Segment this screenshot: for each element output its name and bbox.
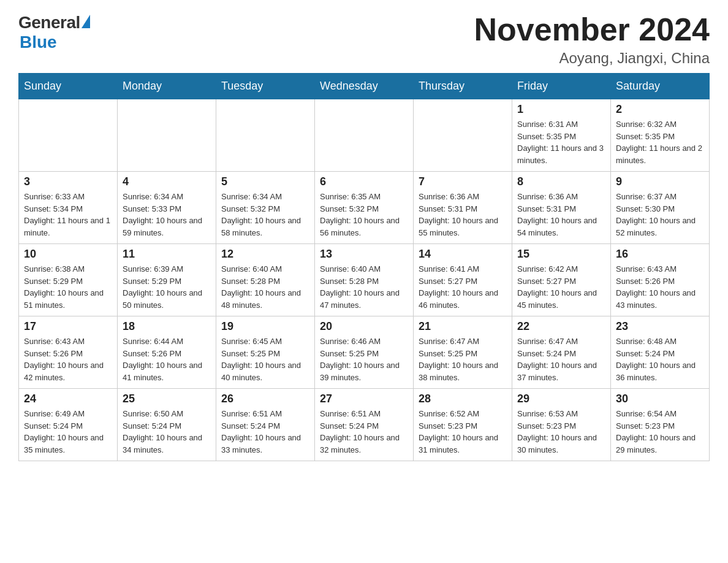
day-number: 29	[517, 393, 605, 405]
day-of-week-header: Thursday	[414, 74, 512, 99]
day-number: 14	[419, 248, 507, 261]
calendar-cell: 22Sunrise: 6:47 AMSunset: 5:24 PMDayligh…	[512, 316, 611, 389]
day-info: Sunrise: 6:40 AMSunset: 5:28 PMDaylight:…	[221, 263, 309, 311]
day-info: Sunrise: 6:41 AMSunset: 5:27 PMDaylight:…	[419, 263, 507, 311]
day-number: 27	[320, 393, 408, 405]
calendar-cell: 27Sunrise: 6:51 AMSunset: 5:24 PMDayligh…	[315, 389, 414, 461]
calendar-cell: 5Sunrise: 6:34 AMSunset: 5:32 PMDaylight…	[216, 172, 315, 244]
calendar-cell: 4Sunrise: 6:34 AMSunset: 5:33 PMDaylight…	[118, 172, 216, 244]
location-title: Aoyang, Jiangxi, China	[474, 50, 710, 67]
day-info: Sunrise: 6:34 AMSunset: 5:33 PMDaylight:…	[123, 191, 211, 239]
calendar-cell	[19, 99, 118, 172]
day-info: Sunrise: 6:54 AMSunset: 5:23 PMDaylight:…	[616, 408, 704, 456]
day-number: 28	[419, 393, 507, 405]
day-info: Sunrise: 6:39 AMSunset: 5:29 PMDaylight:…	[123, 263, 211, 311]
day-number: 22	[517, 320, 605, 333]
calendar-cell	[315, 99, 414, 172]
calendar-cell: 24Sunrise: 6:49 AMSunset: 5:24 PMDayligh…	[19, 389, 118, 461]
day-info: Sunrise: 6:51 AMSunset: 5:24 PMDaylight:…	[221, 408, 309, 456]
logo-general-text: General	[18, 13, 80, 33]
day-of-week-header: Saturday	[611, 74, 710, 99]
day-of-week-header: Tuesday	[216, 74, 315, 99]
calendar-cell: 19Sunrise: 6:45 AMSunset: 5:25 PMDayligh…	[216, 316, 315, 389]
day-number: 2	[616, 103, 704, 116]
calendar-cell: 14Sunrise: 6:41 AMSunset: 5:27 PMDayligh…	[414, 244, 512, 316]
day-info: Sunrise: 6:51 AMSunset: 5:24 PMDaylight:…	[320, 408, 408, 456]
calendar-cell: 26Sunrise: 6:51 AMSunset: 5:24 PMDayligh…	[216, 389, 315, 461]
day-number: 3	[24, 175, 112, 188]
day-info: Sunrise: 6:35 AMSunset: 5:32 PMDaylight:…	[320, 191, 408, 239]
logo-blue-text: Blue	[20, 33, 57, 52]
day-info: Sunrise: 6:43 AMSunset: 5:26 PMDaylight:…	[24, 335, 112, 383]
day-info: Sunrise: 6:50 AMSunset: 5:24 PMDaylight:…	[123, 408, 211, 456]
day-info: Sunrise: 6:36 AMSunset: 5:31 PMDaylight:…	[517, 191, 605, 239]
calendar-cell: 15Sunrise: 6:42 AMSunset: 5:27 PMDayligh…	[512, 244, 611, 316]
calendar-week-row: 3Sunrise: 6:33 AMSunset: 5:34 PMDaylight…	[19, 172, 710, 244]
day-number: 16	[616, 248, 704, 261]
day-info: Sunrise: 6:32 AMSunset: 5:35 PMDaylight:…	[616, 118, 704, 166]
calendar-table: SundayMondayTuesdayWednesdayThursdayFrid…	[18, 73, 710, 461]
calendar-cell: 25Sunrise: 6:50 AMSunset: 5:24 PMDayligh…	[118, 389, 216, 461]
day-info: Sunrise: 6:31 AMSunset: 5:35 PMDaylight:…	[517, 118, 605, 166]
day-info: Sunrise: 6:42 AMSunset: 5:27 PMDaylight:…	[517, 263, 605, 311]
day-info: Sunrise: 6:53 AMSunset: 5:23 PMDaylight:…	[517, 408, 605, 456]
calendar-cell: 23Sunrise: 6:48 AMSunset: 5:24 PMDayligh…	[611, 316, 710, 389]
day-number: 9	[616, 175, 704, 188]
day-info: Sunrise: 6:47 AMSunset: 5:25 PMDaylight:…	[419, 335, 507, 383]
calendar-cell: 20Sunrise: 6:46 AMSunset: 5:25 PMDayligh…	[315, 316, 414, 389]
calendar-cell: 12Sunrise: 6:40 AMSunset: 5:28 PMDayligh…	[216, 244, 315, 316]
calendar-cell: 17Sunrise: 6:43 AMSunset: 5:26 PMDayligh…	[19, 316, 118, 389]
calendar-cell: 8Sunrise: 6:36 AMSunset: 5:31 PMDaylight…	[512, 172, 611, 244]
calendar-cell	[216, 99, 315, 172]
calendar-cell: 11Sunrise: 6:39 AMSunset: 5:29 PMDayligh…	[118, 244, 216, 316]
day-info: Sunrise: 6:44 AMSunset: 5:26 PMDaylight:…	[123, 335, 211, 383]
day-info: Sunrise: 6:40 AMSunset: 5:28 PMDaylight:…	[320, 263, 408, 311]
day-info: Sunrise: 6:36 AMSunset: 5:31 PMDaylight:…	[419, 191, 507, 239]
calendar-cell	[118, 99, 216, 172]
calendar-cell: 16Sunrise: 6:43 AMSunset: 5:26 PMDayligh…	[611, 244, 710, 316]
logo-triangle-icon	[82, 15, 90, 28]
calendar-cell: 7Sunrise: 6:36 AMSunset: 5:31 PMDaylight…	[414, 172, 512, 244]
day-of-week-header: Wednesday	[315, 74, 414, 99]
calendar-cell: 13Sunrise: 6:40 AMSunset: 5:28 PMDayligh…	[315, 244, 414, 316]
day-info: Sunrise: 6:47 AMSunset: 5:24 PMDaylight:…	[517, 335, 605, 383]
calendar-week-row: 24Sunrise: 6:49 AMSunset: 5:24 PMDayligh…	[19, 389, 710, 461]
day-info: Sunrise: 6:43 AMSunset: 5:26 PMDaylight:…	[616, 263, 704, 311]
day-number: 24	[24, 393, 112, 405]
calendar-week-row: 10Sunrise: 6:38 AMSunset: 5:29 PMDayligh…	[19, 244, 710, 316]
calendar-cell: 21Sunrise: 6:47 AMSunset: 5:25 PMDayligh…	[414, 316, 512, 389]
month-title: November 2024	[474, 12, 710, 47]
calendar-cell: 29Sunrise: 6:53 AMSunset: 5:23 PMDayligh…	[512, 389, 611, 461]
day-number: 10	[24, 248, 112, 261]
day-number: 13	[320, 248, 408, 261]
day-number: 20	[320, 320, 408, 333]
day-number: 6	[320, 175, 408, 188]
day-number: 4	[123, 175, 211, 188]
day-info: Sunrise: 6:45 AMSunset: 5:25 PMDaylight:…	[221, 335, 309, 383]
title-area: November 2024 Aoyang, Jiangxi, China	[474, 12, 710, 67]
day-info: Sunrise: 6:38 AMSunset: 5:29 PMDaylight:…	[24, 263, 112, 311]
calendar-cell: 30Sunrise: 6:54 AMSunset: 5:23 PMDayligh…	[611, 389, 710, 461]
day-number: 23	[616, 320, 704, 333]
day-info: Sunrise: 6:33 AMSunset: 5:34 PMDaylight:…	[24, 191, 112, 239]
calendar-week-row: 17Sunrise: 6:43 AMSunset: 5:26 PMDayligh…	[19, 316, 710, 389]
day-number: 8	[517, 175, 605, 188]
day-info: Sunrise: 6:52 AMSunset: 5:23 PMDaylight:…	[419, 408, 507, 456]
logo: General Blue	[18, 12, 90, 52]
day-number: 25	[123, 393, 211, 405]
calendar-cell: 18Sunrise: 6:44 AMSunset: 5:26 PMDayligh…	[118, 316, 216, 389]
day-number: 19	[221, 320, 309, 333]
day-number: 30	[616, 393, 704, 405]
day-info: Sunrise: 6:49 AMSunset: 5:24 PMDaylight:…	[24, 408, 112, 456]
calendar-cell: 1Sunrise: 6:31 AMSunset: 5:35 PMDaylight…	[512, 99, 611, 172]
calendar-cell: 3Sunrise: 6:33 AMSunset: 5:34 PMDaylight…	[19, 172, 118, 244]
day-info: Sunrise: 6:48 AMSunset: 5:24 PMDaylight:…	[616, 335, 704, 383]
day-of-week-header: Sunday	[19, 74, 118, 99]
day-number: 12	[221, 248, 309, 261]
day-number: 1	[517, 103, 605, 116]
day-number: 7	[419, 175, 507, 188]
calendar-cell	[414, 99, 512, 172]
day-number: 18	[123, 320, 211, 333]
day-of-week-header: Monday	[118, 74, 216, 99]
calendar-week-row: 1Sunrise: 6:31 AMSunset: 5:35 PMDaylight…	[19, 99, 710, 172]
